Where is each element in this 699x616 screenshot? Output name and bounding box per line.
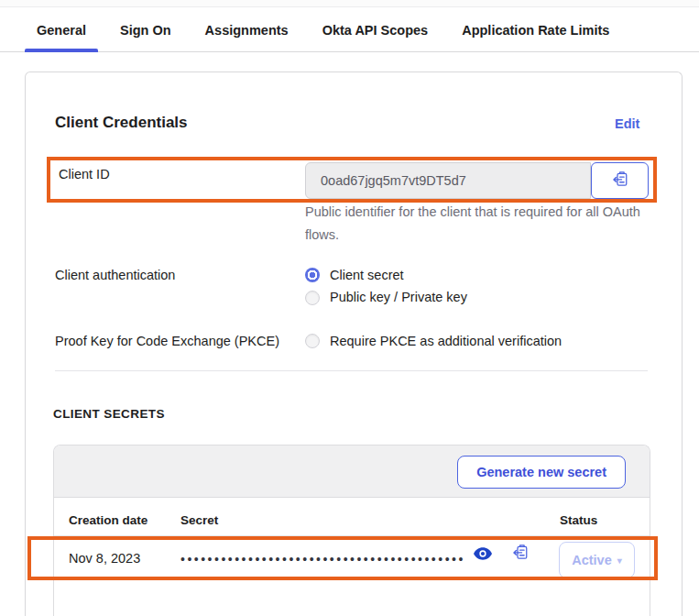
client-secrets-title: CLIENT SECRETS <box>53 407 165 421</box>
secret-creation-date: Nov 8, 2023 <box>69 551 140 566</box>
tab-bar: General Sign On Assignments Okta API Sco… <box>0 8 699 52</box>
section-divider <box>55 370 648 371</box>
tab-okta-api-scopes-label: Okta API Scopes <box>322 23 429 38</box>
copy-secret-button[interactable] <box>512 544 534 566</box>
tab-general-label: General <box>37 23 86 38</box>
reveal-secret-button[interactable] <box>474 547 496 566</box>
chevron-down-icon: ▾ <box>617 556 622 566</box>
status-label: Active <box>572 553 612 567</box>
pkce-checkbox[interactable] <box>305 334 320 348</box>
client-authentication-label: Client authentication <box>55 268 175 282</box>
table-toolbar: Generate new secret <box>54 446 650 498</box>
client-secrets-table: Generate new secret Creation date Secret… <box>53 445 650 616</box>
client-id-value: 0oad67jgq5m7vt9DT5d7 <box>321 173 466 188</box>
tab-assignments-label: Assignments <box>205 23 289 38</box>
tab-application-rate-limits-label: Application Rate Limits <box>462 23 609 38</box>
client-id-value-field: 0oad67jgq5m7vt9DT5d7 <box>305 162 591 199</box>
copy-client-id-button[interactable] <box>591 162 649 199</box>
radio-client-secret-label: Client secret <box>330 268 404 282</box>
client-id-label: Client ID <box>59 167 110 182</box>
radio-public-private-key-label: Public key / Private key <box>330 290 467 304</box>
top-divider <box>0 0 699 7</box>
column-header-status: Status <box>560 513 597 527</box>
secret-masked-value: ••••••••••••••••••••••••••••••••••••••••… <box>180 552 465 566</box>
tab-sign-on-label: Sign On <box>120 23 171 38</box>
edit-link[interactable]: Edit <box>615 116 639 131</box>
tab-sign-on[interactable]: Sign On <box>108 8 183 52</box>
radio-client-secret[interactable] <box>305 268 320 282</box>
generate-new-secret-button[interactable]: Generate new secret <box>457 456 626 489</box>
pkce-option-label: Require PKCE as additional verification <box>330 334 562 348</box>
client-id-help-text: Public identifier for the client that is… <box>305 201 646 246</box>
pkce-label: Proof Key for Code Exchange (PKCE) <box>55 334 279 348</box>
tab-assignments[interactable]: Assignments <box>193 8 300 52</box>
table-header-separator <box>54 535 650 536</box>
clipboard-copy-icon <box>512 547 529 563</box>
column-header-creation-date: Creation date <box>69 513 147 527</box>
clipboard-copy-icon <box>612 170 628 191</box>
status-dropdown[interactable]: Active ▾ <box>559 542 635 578</box>
column-header-secret: Secret <box>180 513 218 527</box>
tab-okta-api-scopes[interactable]: Okta API Scopes <box>311 8 441 52</box>
eye-icon <box>474 547 492 563</box>
tab-application-rate-limits[interactable]: Application Rate Limits <box>450 8 621 52</box>
client-credentials-title: Client Credentials <box>55 114 188 132</box>
okta-app-settings-page: General Sign On Assignments Okta API Sco… <box>0 0 699 616</box>
radio-public-private-key[interactable] <box>305 291 320 305</box>
active-tab-indicator <box>25 49 98 52</box>
tab-general[interactable]: General <box>25 8 98 52</box>
